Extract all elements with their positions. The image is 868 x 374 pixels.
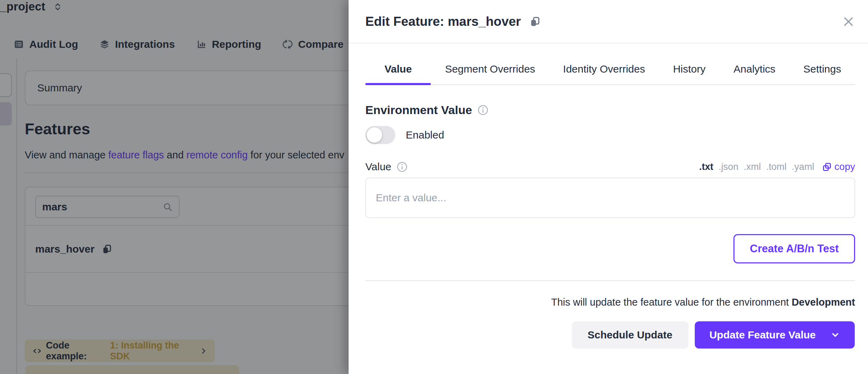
value-editor-header: Value .txt .json .xml .toml .yaml copy	[365, 161, 855, 173]
copy-label: copy	[835, 161, 855, 172]
format-yaml[interactable]: .yaml	[792, 162, 814, 172]
update-note-text: This will update the feature value for t…	[551, 297, 792, 308]
tab-settings[interactable]: Settings	[790, 63, 855, 84]
schedule-update-button[interactable]: Schedule Update	[572, 321, 688, 349]
value-input[interactable]	[365, 178, 855, 218]
info-icon[interactable]	[397, 162, 408, 172]
toggle-label: Enabled	[406, 129, 444, 141]
update-note: This will update the feature value for t…	[361, 297, 855, 308]
tab-value[interactable]: Value	[365, 63, 431, 84]
environment-value-heading: Environment Value	[365, 103, 851, 117]
value-label-group: Value	[365, 161, 408, 173]
enabled-toggle-row: Enabled	[365, 126, 851, 144]
toggle-knob	[367, 127, 382, 143]
format-txt[interactable]: .txt	[699, 162, 714, 172]
abn-test-row: Create A/B/n Test	[361, 234, 855, 263]
tab-analytics[interactable]: Analytics	[719, 63, 789, 84]
tab-identity-overrides[interactable]: Identity Overrides	[549, 63, 659, 84]
create-abn-test-button[interactable]: Create A/B/n Test	[733, 234, 855, 263]
copy-icon	[822, 162, 832, 172]
panel-header: Edit Feature: mars_hover	[349, 0, 868, 44]
panel-tabs: Value Segment Overrides Identity Overrid…	[365, 44, 855, 85]
format-json[interactable]: .json	[718, 162, 738, 172]
tab-history[interactable]: History	[659, 63, 719, 84]
page: _project Audit Log Integrations Reportin…	[0, 0, 868, 374]
panel-title: Edit Feature: mars_hover	[365, 14, 521, 29]
footer-actions: Schedule Update Update Feature Value	[362, 321, 855, 349]
chevron-down-icon	[830, 330, 840, 340]
update-button-label: Update Feature Value	[709, 329, 816, 341]
copy-value-button[interactable]: copy	[822, 161, 855, 172]
tab-segment-overrides[interactable]: Segment Overrides	[431, 63, 549, 84]
close-icon[interactable]	[842, 15, 855, 28]
copy-feature-name-icon[interactable]	[530, 16, 540, 27]
enabled-toggle[interactable]	[365, 126, 395, 144]
info-icon[interactable]	[478, 105, 488, 115]
footer-divider	[365, 280, 855, 281]
format-toml[interactable]: .toml	[766, 162, 787, 172]
environment-name: Development	[792, 297, 855, 308]
edit-feature-panel: Edit Feature: mars_hover Value Segment O…	[349, 0, 868, 374]
value-label: Value	[365, 161, 391, 173]
environment-value-title: Environment Value	[365, 103, 472, 117]
format-switcher: .txt .json .xml .toml .yaml copy	[699, 161, 855, 172]
update-feature-value-button[interactable]: Update Feature Value	[695, 321, 855, 349]
format-xml[interactable]: .xml	[744, 162, 761, 172]
